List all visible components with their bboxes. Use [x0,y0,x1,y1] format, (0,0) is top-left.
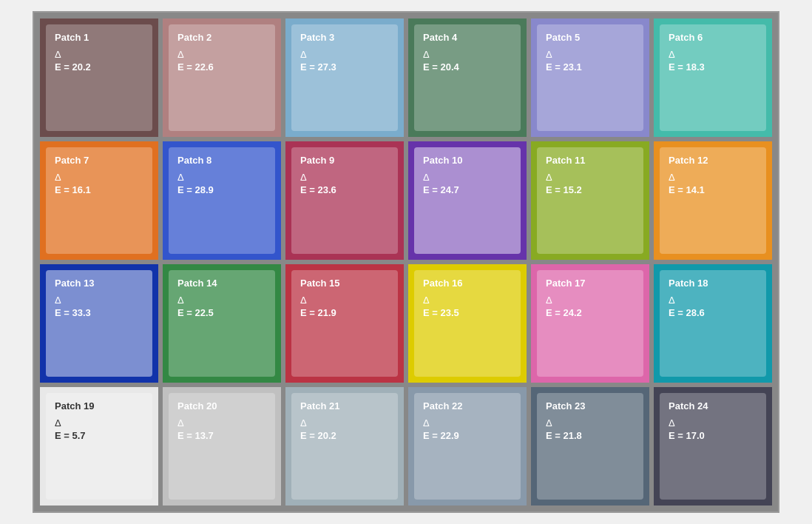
patch-cell-18: Patch 18ΔE = 28.6 [654,264,772,383]
patch-inner-10: Patch 10ΔE = 24.7 [414,147,521,254]
patch-delta-11: Δ [546,172,635,183]
patch-delta-17: Δ [546,295,635,306]
patch-e-value-21: E = 20.2 [300,430,389,441]
patch-inner-19: Patch 19ΔE = 5.7 [46,393,152,500]
patch-inner-22: Patch 22ΔE = 22.9 [414,393,521,500]
patch-name-12: Patch 12 [669,155,757,166]
patch-e-value-7: E = 16.1 [55,184,143,195]
patch-name-14: Patch 14 [177,278,266,289]
patch-name-13: Patch 13 [55,278,143,289]
patch-cell-15: Patch 15ΔE = 21.9 [285,264,404,383]
patch-name-11: Patch 11 [546,155,635,166]
patch-e-value-22: E = 22.9 [423,430,512,441]
patch-cell-9: Patch 9ΔE = 23.6 [285,141,404,260]
patch-delta-21: Δ [300,417,389,429]
patch-inner-20: Patch 20ΔE = 13.7 [169,393,275,500]
patch-cell-5: Patch 5ΔE = 23.1 [531,19,649,137]
patch-cell-19: Patch 19ΔE = 5.7 [40,387,158,505]
patch-cell-14: Patch 14ΔE = 22.5 [163,264,281,383]
patch-inner-15: Patch 15ΔE = 21.9 [291,270,398,377]
patch-name-15: Patch 15 [300,278,389,289]
patch-delta-9: Δ [300,172,389,183]
patch-inner-2: Patch 2ΔE = 22.6 [169,24,275,131]
patch-cell-24: Patch 24ΔE = 17.0 [654,387,772,505]
patch-name-16: Patch 16 [423,278,512,289]
patch-cell-12: Patch 12ΔE = 14.1 [654,141,772,260]
patch-inner-7: Patch 7ΔE = 16.1 [46,147,152,254]
patch-e-value-11: E = 15.2 [546,184,635,195]
patch-delta-8: Δ [177,172,266,183]
patch-cell-16: Patch 16ΔE = 23.5 [408,264,527,383]
patch-cell-4: Patch 4ΔE = 20.4 [408,19,527,137]
patch-delta-15: Δ [300,295,389,306]
patch-cell-13: Patch 13ΔE = 33.3 [40,264,158,383]
patch-inner-9: Patch 9ΔE = 23.6 [291,147,398,254]
patch-e-value-18: E = 28.6 [669,307,757,318]
patch-e-value-2: E = 22.6 [177,61,266,73]
patch-inner-5: Patch 5ΔE = 23.1 [537,24,643,131]
patch-e-value-19: E = 5.7 [55,430,143,441]
patch-name-19: Patch 19 [55,400,143,412]
patch-delta-19: Δ [55,417,143,429]
patch-e-value-15: E = 21.9 [300,307,389,318]
patch-e-value-10: E = 24.7 [423,184,512,195]
patch-cell-1: Patch 1ΔE = 20.2 [40,19,158,137]
patch-inner-18: Patch 18ΔE = 28.6 [660,270,766,377]
patch-name-2: Patch 2 [177,32,266,43]
patch-name-7: Patch 7 [55,155,143,166]
patch-delta-18: Δ [669,295,757,306]
patch-e-value-23: E = 21.8 [546,430,635,441]
patch-cell-8: Patch 8ΔE = 28.9 [163,141,281,260]
patch-delta-4: Δ [423,49,512,60]
patch-inner-16: Patch 16ΔE = 23.5 [414,270,521,377]
patch-delta-20: Δ [177,417,266,429]
patch-cell-3: Patch 3ΔE = 27.3 [285,19,404,137]
patch-inner-24: Patch 24ΔE = 17.0 [660,393,766,500]
patch-cell-20: Patch 20ΔE = 13.7 [163,387,281,505]
patch-e-value-12: E = 14.1 [669,184,757,195]
patch-cell-17: Patch 17ΔE = 24.2 [531,264,649,383]
patch-e-value-8: E = 28.9 [177,184,266,195]
patch-name-18: Patch 18 [669,278,757,289]
patch-name-5: Patch 5 [546,32,635,43]
patch-cell-10: Patch 10ΔE = 24.7 [408,141,527,260]
patch-inner-1: Patch 1ΔE = 20.2 [46,24,152,131]
patch-cell-11: Patch 11ΔE = 15.2 [531,141,649,260]
patch-delta-10: Δ [423,172,512,183]
patch-grid: Patch 1ΔE = 20.2Patch 2ΔE = 22.6Patch 3Δ… [33,11,779,513]
patch-e-value-4: E = 20.4 [423,61,512,73]
patch-e-value-16: E = 23.5 [423,307,512,318]
patch-cell-2: Patch 2ΔE = 22.6 [163,19,281,137]
patch-delta-2: Δ [177,49,266,60]
patch-cell-7: Patch 7ΔE = 16.1 [40,141,158,260]
patch-delta-24: Δ [669,417,757,429]
patch-delta-7: Δ [55,172,143,183]
patch-name-17: Patch 17 [546,278,635,289]
patch-delta-14: Δ [177,295,266,306]
patch-inner-6: Patch 6ΔE = 18.3 [660,24,766,131]
patch-delta-16: Δ [423,295,512,306]
patch-cell-6: Patch 6ΔE = 18.3 [654,19,772,137]
patch-name-9: Patch 9 [300,155,389,166]
patch-e-value-9: E = 23.6 [300,184,389,195]
patch-name-8: Patch 8 [177,155,266,166]
patch-cell-21: Patch 21ΔE = 20.2 [285,387,404,505]
patch-name-21: Patch 21 [300,400,389,412]
patch-name-23: Patch 23 [546,400,635,412]
patch-e-value-5: E = 23.1 [546,61,635,73]
patch-e-value-14: E = 22.5 [177,307,266,318]
patch-delta-12: Δ [669,172,757,183]
patch-delta-13: Δ [55,295,143,306]
patch-inner-4: Patch 4ΔE = 20.4 [414,24,521,131]
patch-inner-11: Patch 11ΔE = 15.2 [537,147,643,254]
patch-e-value-17: E = 24.2 [546,307,635,318]
patch-delta-23: Δ [546,417,635,429]
patch-delta-3: Δ [300,49,389,60]
patch-delta-5: Δ [546,49,635,60]
patch-e-value-6: E = 18.3 [669,61,757,73]
patch-inner-3: Patch 3ΔE = 27.3 [291,24,398,131]
patch-e-value-24: E = 17.0 [669,430,757,441]
patch-inner-14: Patch 14ΔE = 22.5 [169,270,275,377]
patch-name-20: Patch 20 [177,400,266,412]
patch-cell-23: Patch 23ΔE = 21.8 [531,387,649,505]
